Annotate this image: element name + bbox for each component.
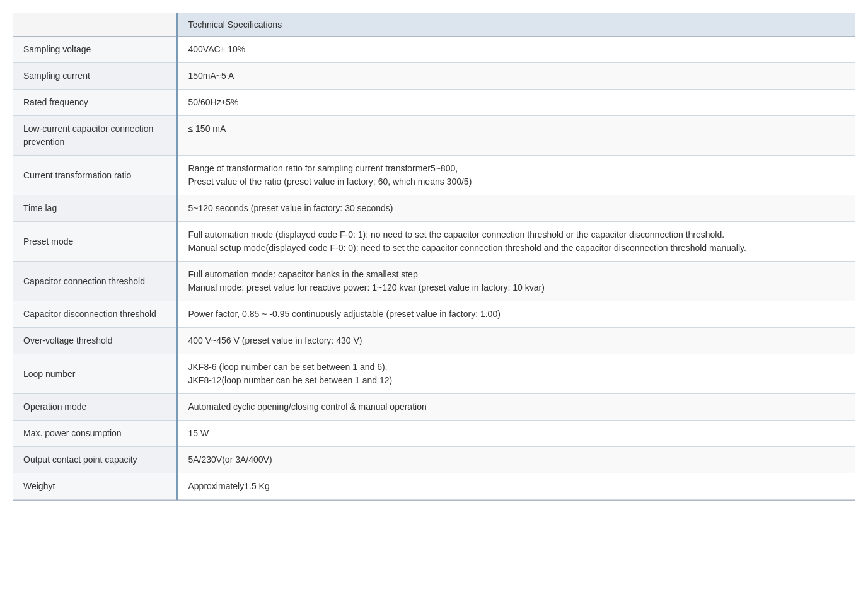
specs-table: Technical Specifications Sampling voltag… (13, 13, 855, 501)
row-label: Capacitor disconnection threshold (13, 301, 177, 328)
row-value: Power factor, 0.85 ~ -0.95 continuously … (177, 301, 855, 328)
row-label: Sampling current (13, 63, 177, 90)
row-label: Sampling voltage (13, 37, 177, 63)
row-label: Time lag (13, 195, 177, 222)
table-row: Operation modeAutomated cyclic opening/c… (13, 394, 855, 421)
row-label: Loop number (13, 354, 177, 394)
table-row: Max. power consumption15 W (13, 421, 855, 447)
row-value: Range of transformation ratio for sampli… (177, 156, 855, 195)
row-value: ≤ 150 mA (177, 116, 855, 156)
row-label: Low-current capacitor connection prevent… (13, 116, 177, 156)
row-label: Max. power consumption (13, 421, 177, 447)
row-value: 150mA~5 A (177, 63, 855, 90)
row-value: 400VAC± 10% (177, 37, 855, 63)
row-value: Approximately1.5 Kg (177, 473, 855, 500)
table-row: Low-current capacitor connection prevent… (13, 116, 855, 156)
table-row: Capacitor disconnection thresholdPower f… (13, 301, 855, 328)
row-value: 50/60Hz±5% (177, 90, 855, 116)
table-row: Output contact point capacity5A/230V(or … (13, 447, 855, 473)
table-row: WeighytApproximately1.5 Kg (13, 473, 855, 500)
row-label: Preset mode (13, 222, 177, 262)
row-value: Full automation mode (displayed code F-0… (177, 222, 855, 262)
row-value: 15 W (177, 421, 855, 447)
row-label: Capacitor connection threshold (13, 262, 177, 301)
row-label: Weighyt (13, 473, 177, 500)
table-row: Sampling current150mA~5 A (13, 63, 855, 90)
row-label: Rated frequency (13, 90, 177, 116)
row-label: Operation mode (13, 394, 177, 421)
table-row: Over-voltage threshold400 V~456 V (prese… (13, 328, 855, 354)
row-value: 5~120 seconds (preset value in factory: … (177, 195, 855, 222)
row-value: JKF8-6 (loop number can be set between 1… (177, 354, 855, 394)
row-label: Output contact point capacity (13, 447, 177, 473)
row-value: Full automation mode: capacitor banks in… (177, 262, 855, 301)
table-row: Current transformation ratioRange of tra… (13, 156, 855, 195)
table-row: Preset modeFull automation mode (display… (13, 222, 855, 262)
row-label: Over-voltage threshold (13, 328, 177, 354)
row-label: Current transformation ratio (13, 156, 177, 195)
table-row: Capacitor connection thresholdFull autom… (13, 262, 855, 301)
table-row: Sampling voltage400VAC± 10% (13, 37, 855, 63)
row-value: 5A/230V(or 3A/400V) (177, 447, 855, 473)
header-label-col (13, 13, 177, 37)
row-value: 400 V~456 V (preset value in factory: 43… (177, 328, 855, 354)
table-row: Loop numberJKF8-6 (loop number can be se… (13, 354, 855, 394)
row-value: Automated cyclic opening/closing control… (177, 394, 855, 421)
table-row: Time lag5~120 seconds (preset value in f… (13, 195, 855, 222)
header-value-col: Technical Specifications (177, 13, 855, 37)
table-row: Rated frequency50/60Hz±5% (13, 90, 855, 116)
